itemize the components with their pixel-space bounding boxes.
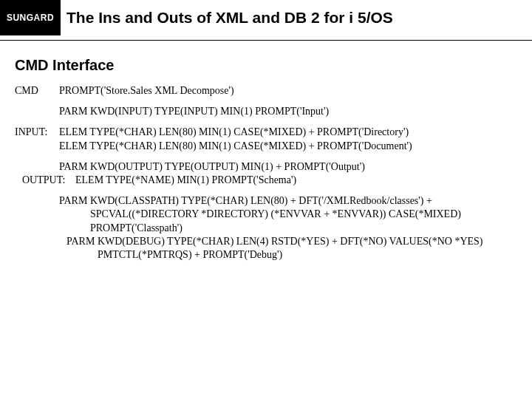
header-separator bbox=[0, 40, 532, 41]
section-heading: CMD Interface bbox=[15, 57, 532, 74]
brand-logo: SUNGARD bbox=[0, 0, 61, 35]
slide-title: The Ins and Outs of XML and DB 2 for i 5… bbox=[61, 0, 393, 35]
parm-input: PARM KWD(INPUT) TYPE(INPUT) MIN(1) PROMP… bbox=[59, 105, 517, 118]
parm-output: PARM KWD(OUTPUT) TYPE(OUTPUT) MIN(1) + P… bbox=[59, 160, 517, 174]
parm-debug: PARM KWD(DEBUG) TYPE(*CHAR) LEN(4) RSTD(… bbox=[66, 235, 517, 262]
slide-header: SUNGARD The Ins and Outs of XML and DB 2… bbox=[0, 0, 532, 35]
slide-body: CMD PROMPT('Store.Sales XML Decompose') … bbox=[0, 84, 532, 262]
output-row: OUTPUT: ELEM TYPE(*NAME) MIN(1) PROMPT('… bbox=[22, 174, 517, 187]
input-label: INPUT: bbox=[15, 126, 59, 152]
cmd-value: PROMPT('Store.Sales XML Decompose') bbox=[59, 84, 517, 98]
cmd-label: CMD bbox=[15, 84, 59, 98]
output-label: OUTPUT: bbox=[22, 174, 75, 187]
input-row: INPUT: ELEM TYPE(*CHAR) LEN(80) MIN(1) C… bbox=[15, 126, 517, 152]
input-elem-1: ELEM TYPE(*CHAR) LEN(80) MIN(1) CASE(*MI… bbox=[59, 126, 517, 139]
output-elem: ELEM TYPE(*NAME) MIN(1) PROMPT('Schema') bbox=[75, 174, 517, 187]
input-content: ELEM TYPE(*CHAR) LEN(80) MIN(1) CASE(*MI… bbox=[59, 126, 517, 152]
parm-classpath: PARM KWD(CLASSPATH) TYPE(*CHAR) LEN(80) … bbox=[59, 194, 517, 235]
input-elem-2: ELEM TYPE(*CHAR) LEN(80) MIN(1) CASE(*MI… bbox=[59, 140, 517, 153]
cmd-row: CMD PROMPT('Store.Sales XML Decompose') bbox=[15, 84, 517, 98]
